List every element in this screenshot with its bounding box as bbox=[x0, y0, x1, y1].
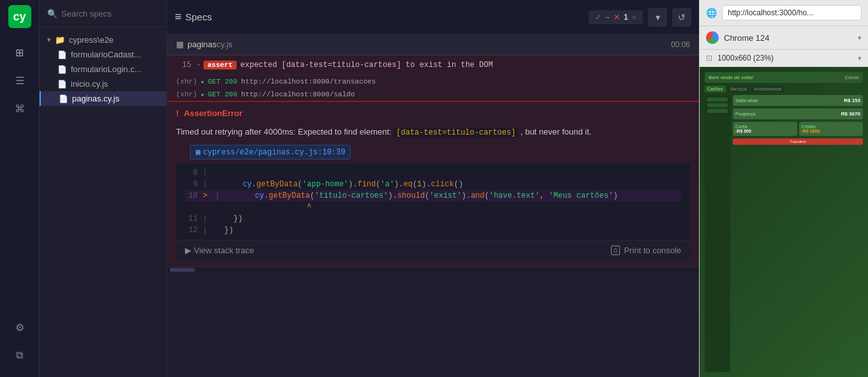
search-icon: 🔍 bbox=[47, 9, 57, 18]
browser-url-bar: 🌐 http://localhost:3000/ho... bbox=[700, 0, 868, 26]
preview-main-mini: Saldo atual R$ 153 Poupança R$ 3670 Cont… bbox=[733, 95, 863, 372]
globe-icon: 🌐 bbox=[706, 8, 717, 18]
xhr-method-1: GET 200 bbox=[208, 91, 237, 98]
code-line-caret: ^ bbox=[185, 202, 681, 213]
chevron-right-icon: ▶ bbox=[185, 246, 191, 255]
xhr-dot-0: ● bbox=[201, 79, 204, 85]
preview-screenshot: Bem vindo de volta! Extrato Cartões Serv… bbox=[700, 67, 868, 377]
code-line-8: 8 | bbox=[185, 167, 681, 179]
viewport-icon: ⊡ bbox=[706, 54, 712, 63]
reload-button[interactable]: ↺ bbox=[672, 8, 691, 27]
chevron-down-icon: ▾ bbox=[47, 36, 51, 44]
code-line-12: 12 | }) bbox=[185, 225, 681, 236]
folder-icon-file: 📁 bbox=[55, 35, 65, 45]
sidebar-icon-list[interactable]: ☰ bbox=[8, 69, 31, 92]
browser-preview: Bem vindo de volta! Extrato Cartões Serv… bbox=[700, 67, 868, 377]
fail-count: 1 bbox=[624, 13, 628, 22]
folder-name: cypress\e2e bbox=[69, 35, 114, 45]
sidebar-icon-command[interactable]: ⌘ bbox=[8, 97, 31, 120]
preview-card-2: Poupança R$ 3670 bbox=[733, 108, 863, 119]
xhr-url-1: http://localhost:8000/saldo bbox=[241, 91, 355, 98]
toolbar: ≡ Specs ✓ – ✕ 1 ○ ▾ ↺ bbox=[167, 0, 699, 34]
assertion-header: ! AssertionError bbox=[176, 108, 690, 118]
dash-icon: – bbox=[605, 13, 610, 22]
line-number: 15 bbox=[176, 61, 191, 70]
file-tree-content: ▾ 📁 cypress\e2e 📄 formularioCadast... 📄 … bbox=[40, 27, 166, 377]
file-name: paginas.cy.js bbox=[72, 94, 119, 103]
browser-panel: 🌐 http://localhost:3000/ho... Chrome 124… bbox=[699, 0, 868, 377]
xhr-method-0: GET 200 bbox=[208, 78, 237, 85]
specs-icon: ≡ bbox=[175, 10, 182, 24]
print-icon: ⎙ bbox=[611, 246, 620, 255]
assertion-selector: [data-test=titulo-cartoes] bbox=[394, 128, 518, 138]
viewport-text: 1000x660 (23%) bbox=[717, 54, 853, 63]
main-content: ≡ Specs ✓ – ✕ 1 ○ ▾ ↺ ▦ paginascy.js 00:… bbox=[167, 0, 699, 377]
file-link-line: ▦ cypress/e2e/paginas.cy.js:10:39 bbox=[176, 141, 690, 163]
search-input[interactable] bbox=[61, 9, 168, 18]
file-icon-active: 📄 bbox=[59, 94, 68, 103]
file-name: formularioLogin.c... bbox=[71, 64, 142, 74]
code-line-11: 11 | }) bbox=[185, 213, 681, 225]
preview-header: Bem vindo de volta! Extrato bbox=[705, 72, 863, 83]
xhr-dot-1: ● bbox=[201, 92, 204, 98]
browser-dropdown-icon[interactable]: ▾ bbox=[858, 34, 862, 42]
xhr-entry-0: (xhr) ● GET 200 http://localhost:8000/tr… bbox=[167, 75, 699, 88]
file-tree-header: 🔍 + bbox=[40, 0, 166, 27]
file-icon: 📄 bbox=[57, 80, 67, 89]
view-stack-trace-label: View stack trace bbox=[194, 246, 254, 255]
sidebar: cy ⊞ ☰ ⌘ ⚙ ⧉ bbox=[0, 0, 40, 377]
fail-icon: ✕ bbox=[614, 13, 620, 22]
test-body[interactable]: 15 - assert expected [data-test=titulo-c… bbox=[167, 55, 699, 377]
xhr-entry-1: (xhr) ● GET 200 http://localhost:8000/sa… bbox=[167, 88, 699, 101]
sidebar-icon-puzzle[interactable]: ⧉ bbox=[8, 344, 31, 367]
preview-transfer-btn: Transferir bbox=[733, 138, 863, 145]
browser-name: Chrome 124 bbox=[724, 33, 853, 43]
sidebar-icon-grid[interactable]: ⊞ bbox=[8, 41, 31, 64]
file-name: inicio.cy.js bbox=[71, 79, 108, 89]
viewport-bar: ⊡ 1000x660 (23%) ▾ bbox=[700, 50, 868, 67]
dropdown-button[interactable]: ▾ bbox=[648, 8, 667, 27]
print-to-console-button[interactable]: ⎙ Print to console bbox=[611, 246, 681, 255]
file-link-icon: ▦ bbox=[196, 147, 200, 157]
preview-card-1: Saldo atual R$ 153 bbox=[733, 95, 863, 106]
file-link[interactable]: ▦ cypress/e2e/paginas.cy.js:10:39 bbox=[190, 145, 351, 159]
test-file-header: ▦ paginascy.js 00:06 bbox=[167, 34, 699, 55]
specs-label: Specs bbox=[186, 11, 212, 22]
pending-icon: ○ bbox=[632, 13, 636, 22]
assertion-marker: ! bbox=[176, 108, 179, 118]
app-logo[interactable]: cy bbox=[8, 5, 31, 28]
test-output: ▦ paginascy.js 00:06 15 - assert expecte… bbox=[167, 34, 699, 377]
file-icon: 📄 bbox=[57, 65, 67, 74]
assert-badge: assert bbox=[203, 61, 237, 70]
chrome-icon bbox=[706, 31, 719, 44]
sidebar-icon-settings[interactable]: ⚙ bbox=[8, 316, 31, 339]
error-block: 15 - assert expected [data-test=titulo-c… bbox=[167, 55, 699, 101]
file-item-paginas[interactable]: 📄 paginas.cy.js bbox=[40, 91, 166, 106]
xhr-url-0: http://localhost:8000/transacoes bbox=[241, 78, 376, 85]
test-file-name: paginascy.js bbox=[188, 40, 233, 49]
code-line-10: 10 > | cy.getByData('titulo-cartoes').sh… bbox=[185, 190, 681, 202]
preview-content: Saldo atual R$ 153 Poupança R$ 3670 Cont… bbox=[705, 95, 863, 372]
file-item-formulario-login[interactable]: 📄 formularioLogin.c... bbox=[40, 62, 166, 77]
print-to-console-label: Print to console bbox=[624, 246, 681, 255]
file-item-inicio[interactable]: 📄 inicio.cy.js bbox=[40, 77, 166, 91]
preview-nav-row: Cartões Serviços Investimentos bbox=[705, 85, 863, 92]
assertion-title: AssertionError bbox=[184, 108, 242, 118]
folder-item-cypress-e2e[interactable]: ▾ 📁 cypress\e2e bbox=[40, 33, 166, 47]
viewport-dropdown-icon[interactable]: ▾ bbox=[858, 54, 862, 63]
error-description: expected [data-test=titulo-cartoes] to e… bbox=[240, 61, 493, 70]
test-file-icon: ▦ bbox=[176, 40, 184, 49]
horizontal-scrollbar[interactable] bbox=[167, 267, 699, 272]
file-icon: 📄 bbox=[57, 50, 67, 59]
bottom-actions: ▶ View stack trace ⎙ Print to console bbox=[176, 240, 690, 260]
preview-sidebar-item bbox=[707, 103, 728, 107]
horizontal-scroll-thumb bbox=[170, 268, 195, 272]
browser-url-field[interactable]: http://localhost:3000/ho... bbox=[722, 5, 862, 20]
preview-card-3: Conta -R$ 900 bbox=[733, 122, 797, 136]
file-item-formulario-cad[interactable]: 📄 formularioCadast... bbox=[40, 47, 166, 62]
view-stack-trace-button[interactable]: ▶ View stack trace bbox=[185, 246, 254, 255]
file-name: formularioCadast... bbox=[71, 50, 141, 59]
preview-card-4: Crédito -R$ 1800 bbox=[799, 122, 864, 136]
preview-sidebar-item bbox=[707, 98, 728, 101]
assertion-message: Timed out retrying after 4000ms: Expecte… bbox=[176, 123, 690, 141]
